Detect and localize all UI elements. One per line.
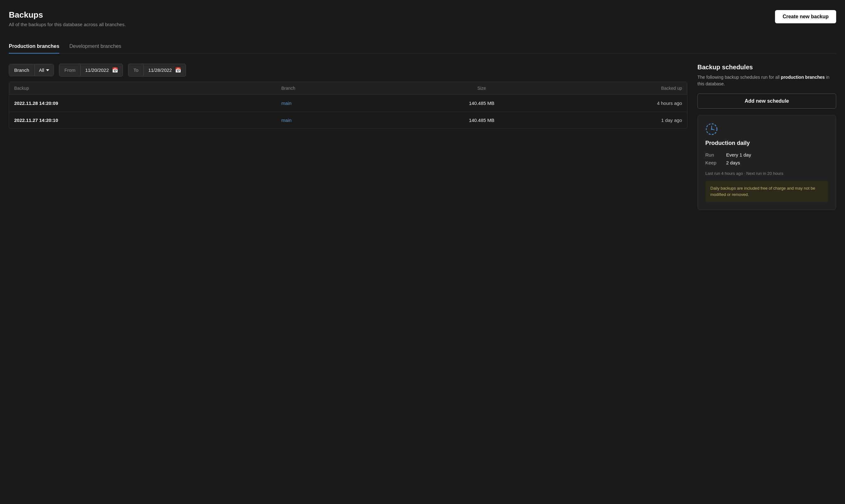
- chevron-down-icon: [46, 69, 49, 71]
- from-date-input[interactable]: 11/20/2022 📅: [81, 64, 123, 76]
- page-subtitle: All of the backups for this database acr…: [9, 22, 126, 27]
- header-left: Backups All of the backups for this data…: [9, 10, 126, 27]
- schedule-details: Run Every 1 day Keep 2 days: [705, 152, 828, 165]
- clock-icon: [705, 123, 718, 136]
- schedule-timing: Last run 4 hours ago · Next run in 20 ho…: [705, 171, 828, 176]
- keep-value: 2 days: [726, 160, 740, 165]
- page-header: Backups All of the backups for this data…: [9, 10, 836, 27]
- to-date-filter[interactable]: To 11/28/2022 📅: [128, 64, 186, 76]
- size-1: 140.485 MB: [415, 101, 549, 106]
- to-date-value: 11/28/2022: [148, 67, 172, 73]
- from-date-filter[interactable]: From 11/20/2022 📅: [59, 64, 123, 76]
- right-panel: Backup schedules The following backup sc…: [697, 64, 836, 210]
- branch-filter-label: Branch: [9, 64, 35, 76]
- filters: Branch All From 11/20/2022 📅 To 11/28/20…: [9, 64, 687, 76]
- backup-schedules-desc: The following backup schedules run for a…: [697, 74, 836, 87]
- backups-table: Backup Branch Size Backed up 2022.11.28 …: [9, 82, 687, 129]
- desc-start: The following backup schedules run for a…: [697, 75, 781, 80]
- from-label: From: [59, 64, 81, 76]
- branch-link-2[interactable]: main: [281, 118, 415, 123]
- branch-link-1[interactable]: main: [281, 101, 415, 106]
- table-row: 2022.11.27 14:20:10 main 140.485 MB 1 da…: [9, 112, 687, 128]
- backed-up-1: 4 hours ago: [548, 101, 682, 106]
- run-detail: Run Every 1 day: [705, 152, 828, 158]
- tab-bar: Production branches Development branches: [9, 40, 836, 54]
- branch-filter-select[interactable]: All: [35, 64, 54, 76]
- run-value: Every 1 day: [726, 152, 751, 158]
- branch-filter-value: All: [39, 67, 45, 73]
- left-panel: Branch All From 11/20/2022 📅 To 11/28/20…: [9, 64, 687, 129]
- table-header: Backup Branch Size Backed up: [9, 82, 687, 95]
- create-backup-button[interactable]: Create new backup: [775, 10, 836, 23]
- backup-name-2: 2022.11.27 14:20:10: [14, 118, 281, 123]
- schedule-title: Production daily: [705, 140, 828, 146]
- keep-detail: Keep 2 days: [705, 160, 828, 165]
- keep-label: Keep: [705, 160, 721, 165]
- schedule-note: Daily backups are included free of charg…: [705, 181, 828, 202]
- from-date-value: 11/20/2022: [85, 67, 109, 73]
- size-2: 140.485 MB: [415, 118, 549, 123]
- calendar-icon-from: 📅: [112, 67, 118, 73]
- col-branch: Branch: [281, 86, 415, 91]
- branch-filter[interactable]: Branch All: [9, 64, 54, 76]
- to-label: To: [128, 64, 144, 76]
- tab-production-branches[interactable]: Production branches: [9, 40, 59, 54]
- col-backup: Backup: [14, 86, 281, 91]
- main-content: Branch All From 11/20/2022 📅 To 11/28/20…: [9, 64, 836, 210]
- to-date-input[interactable]: 11/28/2022 📅: [144, 64, 186, 76]
- desc-bold: production branches: [781, 75, 825, 80]
- backed-up-2: 1 day ago: [548, 118, 682, 123]
- col-backed-up: Backed up: [548, 86, 682, 91]
- backup-schedules-title: Backup schedules: [697, 64, 836, 71]
- add-schedule-button[interactable]: Add new schedule: [697, 93, 836, 109]
- page-title: Backups: [9, 10, 126, 20]
- schedule-card: Production daily Run Every 1 day Keep 2 …: [697, 115, 836, 210]
- table-row: 2022.11.28 14:20:09 main 140.485 MB 4 ho…: [9, 95, 687, 112]
- calendar-icon-to: 📅: [175, 67, 181, 73]
- col-size: Size: [415, 86, 549, 91]
- tab-development-branches[interactable]: Development branches: [69, 40, 121, 54]
- backup-name-1: 2022.11.28 14:20:09: [14, 101, 281, 106]
- svg-line-3: [712, 129, 714, 130]
- run-label: Run: [705, 152, 721, 158]
